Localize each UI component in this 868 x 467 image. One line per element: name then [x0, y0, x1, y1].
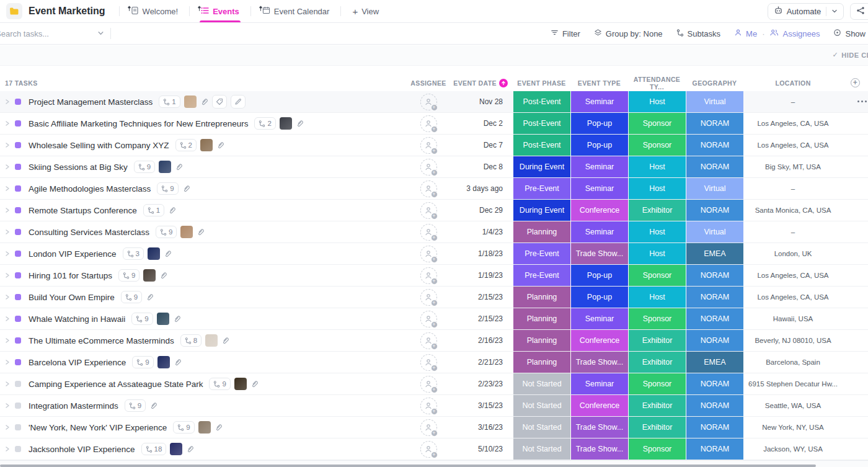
- subtask-count[interactable]: 9: [131, 313, 153, 325]
- event-phase-badge[interactable]: Planning: [513, 221, 570, 242]
- tab-events[interactable]: Events: [193, 0, 247, 22]
- event-type-badge[interactable]: Conference: [571, 395, 628, 416]
- event-phase-badge[interactable]: During Event: [513, 156, 570, 177]
- column-header-assignee[interactable]: ASSIGNEE: [406, 79, 451, 87]
- attendance-type-badge[interactable]: Exhibitor: [629, 417, 686, 438]
- add-assignee-button[interactable]: +: [420, 419, 437, 436]
- column-header-event-type[interactable]: EVENT TYPE: [570, 79, 628, 87]
- column-header-event-phase[interactable]: EVENT PHASE: [513, 79, 570, 87]
- add-assignee-button[interactable]: +: [420, 398, 437, 414]
- event-date-value[interactable]: 2/23/23: [451, 380, 513, 388]
- event-date-value[interactable]: 1/4/23: [451, 228, 513, 236]
- location-value[interactable]: Los Angeles, CA, USA: [743, 141, 843, 149]
- event-phase-badge[interactable]: Planning: [513, 287, 570, 308]
- event-phase-badge[interactable]: During Event: [513, 200, 570, 221]
- task-title[interactable]: Integration Masterminds: [29, 401, 118, 411]
- expand-chevron-icon[interactable]: [5, 381, 11, 386]
- paperclip-icon[interactable]: [146, 293, 154, 301]
- event-type-badge[interactable]: Pop-up: [571, 287, 628, 308]
- event-phase-badge[interactable]: Planning: [513, 308, 570, 329]
- subtask-count[interactable]: 2: [254, 117, 275, 130]
- attendance-type-badge[interactable]: Sponsor: [629, 373, 686, 394]
- add-assignee-button[interactable]: +: [420, 115, 437, 132]
- task-title[interactable]: Barcelona VIP Experience: [29, 358, 126, 367]
- expand-chevron-icon[interactable]: [5, 143, 11, 148]
- event-type-badge[interactable]: Seminar: [571, 221, 628, 242]
- location-value[interactable]: –: [743, 98, 843, 105]
- subtask-count[interactable]: 1: [143, 204, 164, 216]
- event-phase-badge[interactable]: Post-Event: [513, 91, 570, 112]
- group-by-button[interactable]: Group by: None: [594, 29, 663, 38]
- paperclip-icon[interactable]: [216, 141, 224, 149]
- paperclip-icon[interactable]: [149, 402, 157, 410]
- event-date-value[interactable]: 1/18/23: [451, 249, 513, 258]
- tab-event-calendar[interactable]: Event Calendar: [255, 0, 337, 22]
- task-row[interactable]: 'New York, New York' VIP Experience9+3/1…: [0, 417, 868, 438]
- subtasks-button[interactable]: Subtasks: [676, 29, 720, 38]
- expand-chevron-icon[interactable]: [5, 403, 11, 408]
- task-title[interactable]: Hiring 101 for Startups: [29, 271, 112, 280]
- attendance-type-badge[interactable]: Host: [629, 178, 686, 199]
- task-row[interactable]: Skiing Sessions at Big Sky9+Dec 8During …: [0, 156, 868, 178]
- paperclip-icon[interactable]: [296, 120, 304, 128]
- expand-chevron-icon[interactable]: [5, 316, 11, 321]
- chevron-down-icon[interactable]: [97, 29, 104, 38]
- add-assignee-button[interactable]: +: [420, 332, 437, 349]
- paperclip-icon[interactable]: [168, 207, 176, 215]
- status-icon[interactable]: [15, 337, 21, 344]
- status-icon[interactable]: [15, 316, 21, 322]
- task-row[interactable]: Barcelona VIP Experience9+2/21/23Plannin…: [0, 352, 868, 373]
- subtask-count[interactable]: 18: [141, 443, 167, 455]
- event-date-value[interactable]: Dec 29: [451, 206, 513, 215]
- column-header-event-date[interactable]: EVENT DATE: [451, 79, 513, 87]
- status-icon[interactable]: [15, 359, 21, 365]
- status-icon[interactable]: [15, 251, 21, 257]
- task-row[interactable]: Project Management Masterclass1+Nov 28Po…: [0, 91, 868, 113]
- expand-chevron-icon[interactable]: [5, 273, 11, 278]
- paperclip-icon[interactable]: [221, 337, 229, 345]
- column-header-location[interactable]: LOCATION: [743, 79, 843, 87]
- add-assignee-button[interactable]: +: [420, 202, 437, 219]
- me-filter-button[interactable]: Me: [734, 29, 757, 38]
- geography-badge[interactable]: EMEA: [686, 352, 743, 373]
- horizontal-scrollbar[interactable]: [0, 465, 816, 467]
- attachment-thumbnail[interactable]: [234, 378, 247, 390]
- location-value[interactable]: Los Angeles, CA, USA: [743, 120, 843, 127]
- task-title[interactable]: Basic Affiliate Marketing Techniques for…: [29, 119, 248, 128]
- attendance-type-badge[interactable]: Sponsor: [629, 113, 686, 134]
- add-assignee-button[interactable]: +: [420, 354, 437, 371]
- event-phase-badge[interactable]: Not Started: [513, 395, 570, 416]
- expand-chevron-icon[interactable]: [5, 229, 11, 234]
- event-date-value[interactable]: 2/15/23: [451, 293, 513, 301]
- task-row[interactable]: Wholesale Selling with Company XYZ2+Dec …: [0, 135, 868, 156]
- task-row[interactable]: Agile Methodologies Masterclass9+3 days …: [0, 178, 868, 200]
- location-value[interactable]: Beverly, NJ 08010, USA: [743, 337, 843, 344]
- expand-chevron-icon[interactable]: [5, 447, 11, 451]
- add-column-button[interactable]: +: [851, 78, 860, 87]
- event-date-value[interactable]: Dec 2: [451, 119, 513, 128]
- task-row[interactable]: Camping Experience at Assateague State P…: [0, 373, 868, 395]
- expand-chevron-icon[interactable]: [5, 360, 11, 365]
- add-assignee-button[interactable]: +: [420, 246, 437, 262]
- share-button[interactable]: Share: [850, 3, 868, 20]
- task-row[interactable]: Jacksonhole VIP Experience18+5/10/23Not …: [0, 438, 868, 460]
- event-phase-badge[interactable]: Pre-Event: [513, 265, 570, 286]
- location-value[interactable]: Los Angeles, CA, USA: [743, 272, 843, 279]
- location-value[interactable]: –: [743, 228, 843, 236]
- add-assignee-button[interactable]: +: [420, 289, 437, 306]
- task-row[interactable]: Basic Affiliate Marketing Techniques for…: [0, 113, 868, 135]
- geography-badge[interactable]: NORAM: [686, 438, 743, 460]
- event-type-badge[interactable]: Conference: [571, 330, 628, 351]
- attachment-thumbnail[interactable]: [280, 117, 292, 130]
- task-title[interactable]: Camping Experience at Assateague State P…: [29, 380, 203, 389]
- task-title[interactable]: Wholesale Selling with Company XYZ: [29, 141, 169, 150]
- event-date-value[interactable]: 3/16/23: [451, 423, 513, 432]
- expand-chevron-icon[interactable]: [5, 121, 11, 126]
- expand-chevron-icon[interactable]: [5, 208, 11, 213]
- geography-badge[interactable]: Virtual: [686, 91, 743, 112]
- geography-badge[interactable]: NORAM: [686, 308, 743, 329]
- subtask-count[interactable]: 1: [159, 96, 180, 108]
- event-type-badge[interactable]: Seminar: [571, 178, 628, 199]
- event-date-value[interactable]: 3 days ago: [451, 184, 513, 193]
- subtask-count[interactable]: 8: [180, 334, 202, 347]
